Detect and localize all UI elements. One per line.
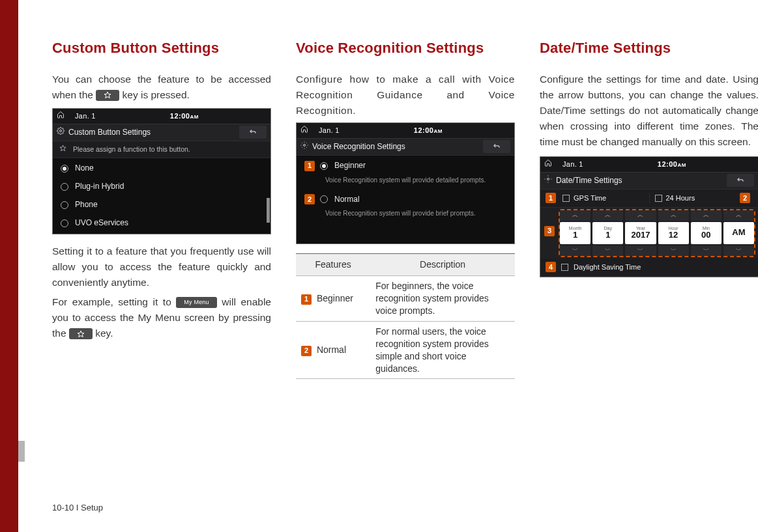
home-icon	[57, 111, 65, 122]
title-bar: Voice Recognition Settings	[297, 139, 514, 156]
callout-1: 1	[546, 193, 556, 203]
value-text: 1	[573, 231, 577, 240]
page-content: Custom Button Settings You can choose th…	[52, 39, 712, 379]
option-row[interactable]: Phone	[53, 196, 270, 214]
callout-4: 4	[546, 262, 556, 272]
column-custom-button: Custom Button Settings You can choose th…	[52, 39, 271, 379]
radio-icon	[61, 183, 68, 191]
status-bar: Jan. 1 12:00AM	[540, 157, 758, 173]
custom-button-intro: You can choose the feature to be accesse…	[52, 72, 271, 103]
svg-marker-0	[104, 92, 111, 98]
gps-time-label: GPS Time	[574, 193, 606, 204]
status-date: Jan. 1	[75, 111, 96, 122]
arrow-down-button[interactable]: ﹀	[723, 245, 754, 256]
datetime-column: ︿Min00﹀	[691, 210, 722, 256]
status-time: 12:00AM	[658, 159, 686, 170]
datetime-column: ︿Hour12﹀	[658, 210, 689, 256]
arrow-up-button[interactable]: ︿	[560, 210, 590, 221]
value-box: Hour12	[658, 222, 689, 244]
gps-time-toggle[interactable]: 1 GPS Time	[540, 193, 649, 204]
arrow-up-button[interactable]: ︿	[658, 210, 689, 221]
hours24-toggle[interactable]: 24 Hours 2	[649, 193, 759, 204]
callout-number: 2	[304, 194, 315, 204]
svg-point-5	[547, 178, 549, 180]
datetime-intro: Configure the settings for time and date…	[540, 72, 758, 150]
callout-2: 2	[740, 193, 750, 203]
value-box: Min00	[691, 222, 722, 244]
status-time: 12:00AM	[414, 125, 443, 136]
back-button[interactable]	[483, 140, 510, 153]
radio-icon	[320, 195, 328, 203]
value-text: 00	[701, 231, 710, 240]
checkbox-icon	[561, 264, 568, 271]
svg-point-1	[60, 130, 62, 132]
radio-icon	[320, 162, 328, 170]
back-button[interactable]	[239, 126, 267, 139]
arrow-down-button[interactable]: ﹀	[691, 245, 722, 256]
arrow-down-button[interactable]: ﹀	[658, 245, 689, 256]
status-date: Jan. 1	[319, 125, 340, 136]
arrow-up-button[interactable]: ︿	[691, 210, 722, 221]
custom-button-p2: Setting it to a feature that you frequen…	[52, 244, 271, 290]
arrow-down-button[interactable]: ﹀	[592, 245, 623, 256]
radio-icon	[61, 201, 68, 209]
callout-number: 1	[301, 294, 312, 305]
status-bar: Jan. 1 12:00AM	[53, 109, 270, 124]
callout-number: 2	[301, 346, 312, 356]
callout-3: 3	[544, 226, 555, 236]
option-row[interactable]: Plug-in Hybrid	[53, 178, 270, 196]
vr-option-row[interactable]: 1Beginner	[297, 157, 514, 175]
arrow-up-button[interactable]: ︿	[592, 210, 623, 221]
heading-datetime: Date/Time Settings	[540, 39, 758, 57]
side-red-strip	[0, 0, 18, 532]
svg-point-4	[304, 144, 306, 146]
vr-option-label: Normal	[334, 193, 360, 206]
option-label: Phone	[75, 199, 98, 211]
gear-icon	[544, 175, 556, 187]
option-label: UVO eServices	[75, 217, 128, 229]
feature-cell: 2 Normal	[296, 321, 370, 379]
assign-note: Please assign a function to this button.	[73, 144, 190, 154]
arrow-down-button[interactable]: ﹀	[625, 245, 656, 256]
gear-icon	[300, 141, 312, 153]
value-text: 2017	[631, 231, 650, 240]
home-icon	[300, 125, 308, 136]
svg-marker-2	[60, 145, 66, 151]
hours24-label: 24 Hours	[666, 193, 695, 204]
heading-custom-button: Custom Button Settings	[52, 39, 271, 57]
vr-option-label: Beginner	[334, 160, 366, 172]
checkbox-icon	[562, 195, 570, 202]
checkbox-icon	[655, 195, 662, 202]
vr-option-row[interactable]: 2Normal	[297, 190, 514, 208]
scrollbar-thumb[interactable]	[267, 198, 270, 223]
star-icon	[59, 144, 66, 154]
arrow-down-button[interactable]: ﹀	[560, 245, 590, 256]
dst-row[interactable]: 4 Daylight Saving Time	[540, 259, 758, 277]
back-button[interactable]	[727, 174, 754, 187]
screen-title: Voice Recognition Settings	[312, 141, 405, 153]
home-icon	[544, 159, 552, 170]
screen-title: Date/Time Settings	[556, 175, 622, 187]
custom-button-p3: For example, setting it to My Menu will …	[52, 294, 271, 341]
arrow-up-button[interactable]: ︿	[723, 210, 754, 221]
datetime-column: ︿Day1﹀	[592, 210, 623, 256]
gps-24h-row: 1 GPS Time 24 Hours 2	[540, 189, 758, 208]
value-text: AM	[732, 228, 745, 237]
screenshot-custom-button: Jan. 1 12:00AM Custom Button Settings Pl…	[52, 108, 271, 234]
value-box: Day1	[592, 222, 623, 244]
value-box: Month1	[560, 222, 590, 244]
feature-cell: 1 Beginner	[296, 276, 370, 322]
side-tab-marker	[18, 441, 25, 462]
column-datetime: Date/Time Settings Configure the setting…	[540, 39, 758, 379]
status-bar: Jan. 1 12:00AM	[297, 123, 514, 139]
my-menu-key-icon: My Menu	[176, 297, 216, 308]
table-row: 2 NormalFor normal users, the voice reco…	[296, 321, 515, 379]
screenshot-voice-recognition: Jan. 1 12:00AM Voice Recognition Setting…	[296, 122, 515, 244]
star-key-icon	[69, 328, 93, 339]
option-row[interactable]: UVO eServices	[53, 214, 270, 232]
arrow-up-button[interactable]: ︿	[625, 210, 656, 221]
vr-options-list: 1BeginnerVoice Recognition system will p…	[297, 156, 514, 244]
option-row[interactable]: None	[53, 160, 270, 178]
gear-icon	[57, 126, 68, 139]
table-row: 1 BeginnerFor beginners, the voice recog…	[296, 276, 515, 322]
